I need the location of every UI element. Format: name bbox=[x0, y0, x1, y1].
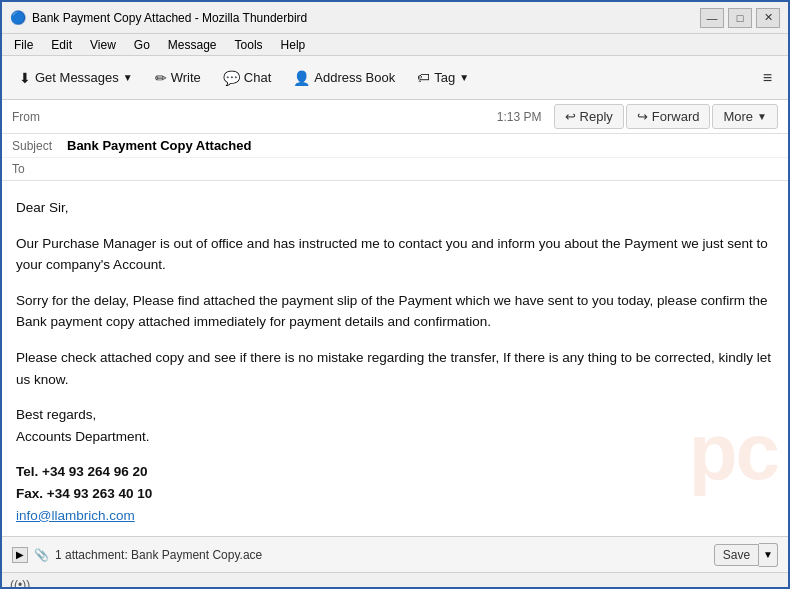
get-messages-label: Get Messages bbox=[35, 70, 119, 85]
subject-value: Bank Payment Copy Attached bbox=[67, 138, 778, 153]
get-messages-icon: ⬇ bbox=[19, 70, 31, 86]
toolbar: ⬇ Get Messages ▼ ✏ Write 💬 Chat 👤 Addres… bbox=[2, 56, 788, 100]
tag-label: Tag bbox=[434, 70, 455, 85]
chat-button[interactable]: 💬 Chat bbox=[214, 65, 280, 91]
tel-value: +34 93 264 96 20 bbox=[42, 464, 147, 479]
more-label: More bbox=[723, 109, 753, 124]
menu-file[interactable]: File bbox=[6, 36, 41, 54]
tel-label: Tel. bbox=[16, 464, 38, 479]
minimize-button[interactable]: — bbox=[700, 8, 724, 28]
menu-go[interactable]: Go bbox=[126, 36, 158, 54]
close-button[interactable]: ✕ bbox=[756, 8, 780, 28]
menu-view[interactable]: View bbox=[82, 36, 124, 54]
email-time: 1:13 PM bbox=[497, 110, 542, 124]
reply-label: Reply bbox=[580, 109, 613, 124]
write-button[interactable]: ✏ Write bbox=[146, 65, 210, 91]
expand-icon: ▶ bbox=[16, 549, 24, 560]
paragraph2: Sorry for the delay, Please find attache… bbox=[16, 290, 774, 333]
window-controls: — □ ✕ bbox=[700, 8, 780, 28]
wifi-icon: ((•)) bbox=[10, 578, 30, 590]
menu-edit[interactable]: Edit bbox=[43, 36, 80, 54]
fax-label: Fax. bbox=[16, 486, 43, 501]
contact-info: Tel. +34 93 264 96 20 Fax. +34 93 263 40… bbox=[16, 461, 774, 526]
paragraph3: Please check attached copy and see if th… bbox=[16, 347, 774, 390]
write-icon: ✏ bbox=[155, 70, 167, 86]
tag-dropdown-icon[interactable]: ▼ bbox=[459, 72, 469, 83]
address-book-label: Address Book bbox=[314, 70, 395, 85]
to-row: To bbox=[2, 158, 788, 180]
greeting: Dear Sir, bbox=[16, 197, 774, 219]
dept-text: Accounts Department. bbox=[16, 429, 150, 444]
chat-label: Chat bbox=[244, 70, 271, 85]
attachment-text: 1 attachment: Bank Payment Copy.ace bbox=[55, 548, 262, 562]
fax-value: +34 93 263 40 10 bbox=[47, 486, 152, 501]
menu-message[interactable]: Message bbox=[160, 36, 225, 54]
subject-label: Subject bbox=[12, 139, 67, 153]
expand-attachment-button[interactable]: ▶ bbox=[12, 547, 28, 563]
title-bar: 🔵 Bank Payment Copy Attached - Mozilla T… bbox=[2, 2, 788, 34]
menu-bar: File Edit View Go Message Tools Help bbox=[2, 34, 788, 56]
more-button[interactable]: More ▼ bbox=[712, 104, 778, 129]
from-label: From bbox=[12, 110, 40, 124]
app-icon: 🔵 bbox=[10, 10, 26, 26]
reply-icon: ↩ bbox=[565, 109, 576, 124]
attachment-bar: ▶ 📎 1 attachment: Bank Payment Copy.ace … bbox=[2, 536, 788, 572]
save-dropdown-button[interactable]: ▼ bbox=[759, 543, 778, 567]
email-body: pc Dear Sir, Our Purchase Manager is out… bbox=[2, 181, 788, 536]
email-header: Subject Bank Payment Copy Attached To bbox=[2, 134, 788, 181]
address-book-icon: 👤 bbox=[293, 70, 310, 86]
email-action-bar: From 1:13 PM ↩ Reply ↪ Forward More ▼ bbox=[2, 100, 788, 134]
closing-text: Best regards, bbox=[16, 407, 96, 422]
tag-button[interactable]: 🏷 Tag ▼ bbox=[408, 65, 478, 90]
forward-button[interactable]: ↪ Forward bbox=[626, 104, 711, 129]
hamburger-menu[interactable]: ≡ bbox=[755, 65, 780, 91]
attachment-clip-icon: 📎 bbox=[34, 548, 49, 562]
tag-icon: 🏷 bbox=[417, 70, 430, 85]
menu-help[interactable]: Help bbox=[273, 36, 314, 54]
chat-icon: 💬 bbox=[223, 70, 240, 86]
forward-icon: ↪ bbox=[637, 109, 648, 124]
maximize-button[interactable]: □ bbox=[728, 8, 752, 28]
paragraph1: Our Purchase Manager is out of office an… bbox=[16, 233, 774, 276]
closing: Best regards, Accounts Department. bbox=[16, 404, 774, 447]
more-dropdown-icon: ▼ bbox=[757, 111, 767, 122]
to-label: To bbox=[12, 162, 67, 176]
save-attachment-button[interactable]: Save bbox=[714, 544, 759, 566]
write-label: Write bbox=[171, 70, 201, 85]
menu-tools[interactable]: Tools bbox=[227, 36, 271, 54]
window-title: Bank Payment Copy Attached - Mozilla Thu… bbox=[32, 11, 307, 25]
email-link[interactable]: info@llambrich.com bbox=[16, 508, 135, 523]
forward-label: Forward bbox=[652, 109, 700, 124]
subject-row: Subject Bank Payment Copy Attached bbox=[2, 134, 788, 158]
reply-button[interactable]: ↩ Reply bbox=[554, 104, 624, 129]
address-book-button[interactable]: 👤 Address Book bbox=[284, 65, 404, 91]
get-messages-button[interactable]: ⬇ Get Messages ▼ bbox=[10, 65, 142, 91]
save-group: Save ▼ bbox=[714, 543, 778, 567]
get-messages-dropdown-icon[interactable]: ▼ bbox=[123, 72, 133, 83]
status-bar: ((•)) bbox=[2, 572, 788, 589]
